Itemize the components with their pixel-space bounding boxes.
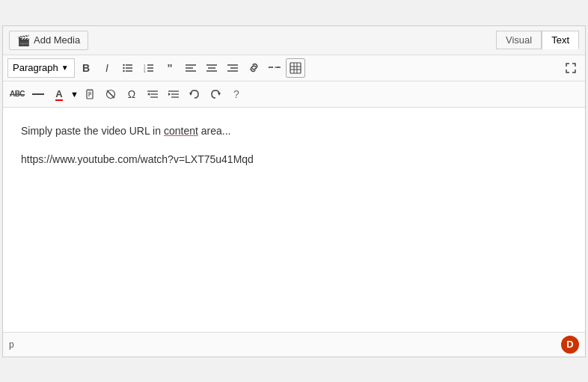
help-button[interactable]: ? <box>227 84 246 104</box>
tab-visual[interactable]: Visual <box>496 31 542 49</box>
redo-button[interactable] <box>206 84 225 104</box>
svg-rect-31 <box>88 89 91 90</box>
svg-marker-40 <box>147 93 150 96</box>
content-underline-word: content <box>164 125 198 137</box>
more-button[interactable] <box>265 58 284 78</box>
link-button[interactable] <box>244 58 263 78</box>
fullscreen-button[interactable] <box>561 58 581 78</box>
toolbar-row-1: Paragraph ▼ B I 1.2.3. " <box>3 55 585 81</box>
undo-button[interactable] <box>185 84 204 104</box>
help-badge[interactable]: D <box>561 336 579 354</box>
blockquote-button[interactable]: " <box>160 58 180 78</box>
table-button[interactable] <box>286 58 305 78</box>
svg-rect-24 <box>290 63 301 73</box>
svg-marker-46 <box>218 93 221 96</box>
add-media-label: Add Media <box>34 34 80 46</box>
view-tabs: Visual Text <box>496 31 579 49</box>
tag-indicator: p <box>9 339 14 350</box>
toolbar-row-2: ABC A ▼ Ω <box>3 81 585 108</box>
paragraph-label: Paragraph <box>13 62 58 73</box>
add-media-button[interactable]: 🎬 Add Media <box>9 31 88 50</box>
special-characters-button[interactable]: Ω <box>122 84 141 104</box>
strikethrough-button[interactable]: ABC <box>7 84 27 104</box>
add-media-icon: 🎬 <box>17 34 30 46</box>
indent-button[interactable] <box>164 84 183 104</box>
paste-as-text-button[interactable] <box>80 84 99 104</box>
svg-marker-45 <box>189 93 192 96</box>
status-bar: p D <box>3 332 585 357</box>
svg-point-3 <box>123 64 124 65</box>
content-url-line: https://www.youtube.com/watch?v=LXT75u41… <box>21 151 567 167</box>
text-color-button[interactable]: A <box>49 84 69 104</box>
paragraph-format-select[interactable]: Paragraph ▼ <box>7 58 75 78</box>
italic-button[interactable]: I <box>97 58 117 78</box>
text-color-dropdown[interactable]: ▼ <box>70 90 79 99</box>
editor-wrapper: 🎬 Add Media Visual Text Paragraph ▼ B I … <box>2 25 586 357</box>
align-right-button[interactable] <box>223 58 242 78</box>
ordered-list-button[interactable]: 1.2.3. <box>139 58 159 78</box>
editor-content-area[interactable]: Simply paste the video URL in content ar… <box>3 108 585 332</box>
svg-marker-44 <box>168 93 171 96</box>
outdent-button[interactable] <box>143 84 162 104</box>
bold-button[interactable]: B <box>76 58 96 78</box>
align-left-button[interactable] <box>181 58 200 78</box>
svg-text:3.: 3. <box>144 69 146 73</box>
unordered-list-button[interactable] <box>118 58 138 78</box>
clear-formatting-button[interactable] <box>101 84 120 104</box>
content-line-1: Simply paste the video URL in content ar… <box>21 123 567 139</box>
align-center-button[interactable] <box>202 58 221 78</box>
hr-button[interactable] <box>28 84 48 104</box>
chevron-down-icon: ▼ <box>61 64 69 72</box>
tab-text[interactable]: Text <box>542 31 579 49</box>
top-bar: 🎬 Add Media Visual Text <box>3 26 585 55</box>
svg-point-5 <box>123 70 124 71</box>
svg-point-4 <box>123 67 124 68</box>
